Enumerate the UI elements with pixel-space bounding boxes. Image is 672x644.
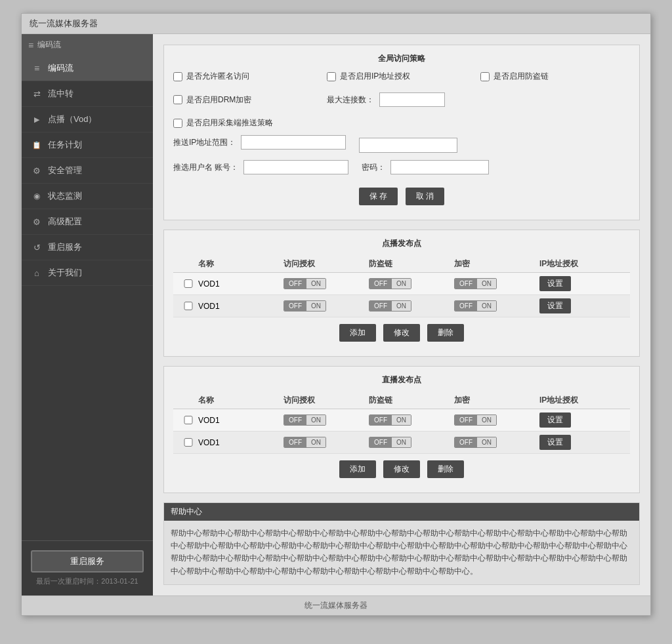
allow-anon-checkbox-row: 是否允许匿名访问 [173, 71, 323, 82]
live-row2-access-off-btn[interactable]: OFF [284, 437, 306, 447]
vod-row1-hotlink: OFF ON [369, 278, 454, 289]
live-row1-hotlink-toggle: OFF ON [369, 414, 411, 426]
live-table-header: 名称 访问授权 防盗链 加密 IP地址授权 [173, 392, 630, 409]
allow-anon-label: 是否允许匿名访问 [186, 71, 249, 82]
monitor-nav-icon [31, 191, 43, 201]
vod-edit-button[interactable]: 修改 [383, 324, 420, 342]
push-ip-input2[interactable] [359, 138, 457, 153]
live-row1-set-button[interactable]: 设置 [539, 413, 571, 428]
vod-row1-set-button[interactable]: 设置 [539, 276, 571, 291]
vod-row2-access-off-btn[interactable]: OFF [284, 301, 306, 311]
vod-col-ip: IP地址授权 [539, 258, 625, 270]
live-row2-checkbox[interactable] [178, 438, 198, 447]
sidebar-item-about[interactable]: 关于我们 [22, 260, 153, 286]
live-row1-checkbox[interactable] [178, 416, 198, 424]
save-button[interactable]: 保 存 [359, 188, 398, 205]
sidebar-item-vod[interactable]: 点播（Vod） [22, 107, 153, 132]
encode-nav-icon [31, 64, 43, 73]
live-row2-enc-off-btn[interactable]: OFF [455, 437, 477, 447]
vod-row2-enc-on-btn[interactable]: ON [477, 301, 496, 311]
sidebar-item-encode-label: 编码流 [48, 62, 74, 74]
enable-ip-auth-checkbox[interactable] [327, 72, 336, 81]
title-bar: 统一流媒体服务器 [22, 14, 650, 34]
push-user-input[interactable] [243, 160, 348, 174]
vod-table-row: VOD1 OFF ON OFF ON [173, 273, 630, 295]
push-user-field-row: 推选用户名 账号： [173, 160, 348, 174]
live-edit-button[interactable]: 修改 [383, 460, 420, 478]
vod-row2-access-on-btn[interactable]: ON [306, 301, 326, 311]
vod-row2-checkbox[interactable] [178, 302, 198, 310]
vod-row1-hotlink-on-btn[interactable]: ON [392, 279, 411, 289]
vod-row1-ip: 设置 [539, 276, 625, 291]
cancel-button[interactable]: 取 消 [406, 188, 444, 205]
vod-row1-name: VOD1 [198, 279, 284, 289]
sidebar-item-transfer-label: 流中转 [48, 88, 74, 100]
vod-row1-access-off-btn[interactable]: OFF [284, 279, 306, 289]
live-row2-enc-on-btn[interactable]: ON [477, 437, 496, 447]
vod-delete-button[interactable]: 删除 [427, 324, 464, 342]
enable-hotlink-checkbox[interactable] [480, 72, 490, 81]
vod-row2-set-button[interactable]: 设置 [539, 298, 571, 313]
live-row2-hotlink-on-btn[interactable]: ON [392, 437, 411, 447]
live-row1-access: OFF ON [284, 414, 369, 426]
sidebar-item-task[interactable]: 任务计划 [22, 132, 153, 158]
vod-col-check [178, 258, 198, 270]
vod-row2-enc-off-btn[interactable]: OFF [455, 301, 477, 311]
live-delete-button[interactable]: 删除 [427, 460, 464, 478]
sidebar-footer: 重启服务 最后一次重启时间：2013-01-21 [22, 540, 153, 595]
global-policy-section: 全局访问策略 是否允许匿名访问 是否启用IP地址授权 是否启用防盗链 [163, 45, 640, 220]
vod-col-hotlink: 防盗链 [369, 258, 454, 270]
vod-row1-enc: OFF ON [454, 278, 539, 289]
live-row1-enc-off-btn[interactable]: OFF [455, 415, 477, 425]
sidebar-item-monitor[interactable]: 状态监测 [22, 184, 153, 209]
vod-row2-hotlink-on-btn[interactable]: ON [392, 301, 411, 311]
live-row2-hotlink: OFF ON [369, 437, 454, 448]
live-row2-hotlink-off-btn[interactable]: OFF [369, 437, 392, 447]
live-row1-hotlink-on-btn[interactable]: ON [392, 415, 411, 425]
live-row1-access-on-btn[interactable]: ON [306, 415, 326, 425]
sidebar-item-vod-label: 点播（Vod） [48, 113, 96, 125]
live-row2-access-on-btn[interactable]: ON [306, 437, 326, 447]
enable-collect-checkbox[interactable] [173, 119, 182, 128]
restart-service-button[interactable]: 重启服务 [31, 550, 144, 573]
footer-text: 统一流媒体服务器 [304, 601, 368, 610]
vod-add-button[interactable]: 添加 [339, 324, 376, 342]
vod-row2-access: OFF ON [284, 300, 369, 312]
live-col-check [178, 395, 198, 406]
max-conn-label: 最大连接数： [327, 94, 374, 106]
enable-drm-checkbox-row: 是否启用DRM加密 [173, 94, 323, 106]
vod-row2-hotlink-toggle: OFF ON [369, 300, 411, 312]
vod-row1-hotlink-off-btn[interactable]: OFF [369, 279, 392, 289]
security-nav-icon [31, 166, 43, 175]
transfer-nav-icon [31, 89, 43, 98]
vod-row1-checkbox[interactable] [178, 279, 198, 288]
sidebar-item-encode[interactable]: 编码流 [22, 56, 153, 81]
vod-row1-enc-off-btn[interactable]: OFF [455, 279, 477, 289]
password-input[interactable] [390, 160, 489, 174]
vod-row1-enc-toggle: OFF ON [454, 278, 497, 289]
vod-row1-enc-on-btn[interactable]: ON [477, 279, 496, 289]
live-table-row: VOD1 OFF ON OFF ON [173, 432, 630, 454]
live-publish-title: 直播发布点 [173, 374, 630, 386]
live-row1-enc-on-btn[interactable]: ON [477, 415, 496, 425]
live-row1-name: VOD1 [198, 416, 284, 425]
live-col-name: 名称 [198, 395, 284, 406]
push-ip-input[interactable] [241, 135, 346, 150]
max-conn-input[interactable] [379, 92, 445, 107]
vod-btn-group: 添加 修改 删除 [173, 324, 630, 342]
vod-row1-access-on-btn[interactable]: ON [306, 279, 326, 289]
sidebar-item-restart[interactable]: 重启服务 [22, 235, 153, 260]
allow-anon-checkbox[interactable] [173, 72, 182, 81]
live-row2-set-button[interactable]: 设置 [539, 435, 571, 450]
vod-row2-enc: OFF ON [454, 300, 539, 312]
help-title: 帮助中心 [164, 503, 639, 521]
sidebar-item-transfer[interactable]: 流中转 [22, 81, 153, 107]
enable-drm-checkbox[interactable] [173, 95, 182, 104]
live-row1-hotlink-off-btn[interactable]: OFF [369, 415, 392, 425]
vod-row2-hotlink-off-btn[interactable]: OFF [369, 301, 392, 311]
live-add-button[interactable]: 添加 [339, 460, 376, 478]
sidebar-item-config[interactable]: 高级配置 [22, 209, 153, 235]
sidebar-item-security[interactable]: 安全管理 [22, 158, 153, 184]
live-row1-access-off-btn[interactable]: OFF [284, 415, 306, 425]
live-row2-access-toggle: OFF ON [284, 437, 326, 448]
